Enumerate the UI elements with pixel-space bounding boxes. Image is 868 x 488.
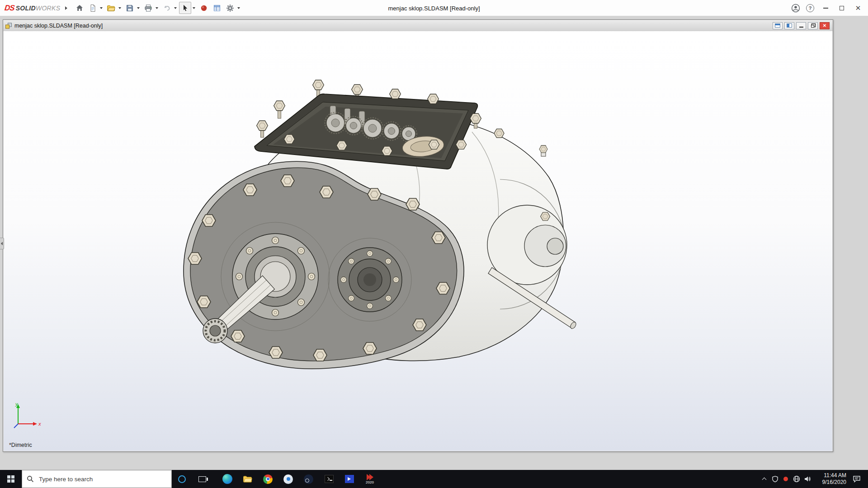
start-button[interactable] [0, 470, 22, 488]
doc-close-button[interactable]: ✕ [820, 22, 830, 29]
network-tray-button[interactable] [791, 470, 802, 488]
clock-date: 9/16/2020 [822, 479, 846, 486]
movies-tv-button[interactable] [339, 470, 359, 488]
brand-works: WORKS [36, 5, 60, 12]
quick-access-toolbar [73, 2, 242, 14]
chevron-down-icon [137, 7, 140, 9]
new-document-icon [89, 4, 97, 12]
save-icon [126, 4, 134, 12]
featuremanager-collapse-tab[interactable] [0, 238, 4, 249]
chevron-down-icon [100, 7, 103, 9]
pinned-apps: 2020 [217, 470, 380, 488]
chevron-left-icon [1, 242, 3, 245]
maximize-button[interactable] [834, 0, 850, 16]
clock-time: 11:44 AM [824, 472, 846, 479]
document-titlebar[interactable]: menjac sklop.SLDASM [Read-only] ✕ [3, 20, 833, 31]
solidworks-brand: DS SOLIDWORKS [5, 4, 60, 13]
orientation-triad: y x [12, 400, 43, 429]
terminal-button[interactable] [319, 470, 339, 488]
open-dropdown[interactable] [117, 2, 123, 14]
windows-taskbar: 2020 11:44 AM 9/16/2020 [0, 470, 868, 488]
search-icon [27, 475, 34, 483]
radeon-tray-button[interactable] [780, 470, 791, 488]
titlebar-right-controls: ? ✕ [788, 0, 866, 16]
cortana-button[interactable] [172, 470, 192, 488]
edge-icon [222, 474, 232, 484]
search-input[interactable] [38, 475, 171, 483]
solidworks-icon [367, 474, 373, 480]
gearbox-model[interactable] [183, 78, 580, 376]
print-dropdown[interactable] [154, 2, 160, 14]
doc-restore-button[interactable] [808, 22, 818, 29]
minimize-icon [799, 27, 803, 28]
action-center-icon [853, 475, 861, 483]
select-tool-button[interactable] [179, 2, 191, 14]
secondary-bearing-boss[interactable] [338, 248, 402, 312]
document-window-controls: ✕ [773, 22, 831, 29]
windows-logo-icon [7, 475, 14, 483]
volume-icon [804, 475, 811, 483]
doc-minimize-button[interactable] [796, 22, 806, 29]
save-button[interactable] [123, 2, 136, 14]
security-tray-button[interactable] [769, 470, 780, 488]
edge-button[interactable] [217, 470, 237, 488]
toolbar-expand-arrow[interactable] [63, 2, 69, 14]
gear-icon [226, 4, 234, 12]
open-button[interactable] [105, 2, 117, 14]
document-title: menjac sklop.SLDASM [Read-only] [14, 23, 103, 29]
terminal-icon [325, 475, 334, 483]
steam-button[interactable] [298, 470, 319, 488]
help-icon: ? [806, 4, 814, 12]
volume-tray-button[interactable] [802, 470, 813, 488]
photos-icon [283, 474, 293, 484]
home-button[interactable] [73, 2, 85, 14]
undo-button[interactable] [160, 2, 173, 14]
system-tray: 11:44 AM 9/16/2020 [759, 470, 868, 488]
graphics-viewport[interactable]: y x *Dimetric [4, 31, 832, 451]
doc-tile-vertical-button[interactable] [784, 22, 794, 29]
network-globe-icon [793, 475, 800, 483]
close-icon: ✕ [855, 4, 861, 12]
account-button[interactable] [788, 0, 803, 16]
z-axis [14, 424, 18, 428]
select-tool-dropdown[interactable] [191, 2, 197, 14]
chevron-down-icon [193, 7, 195, 9]
security-shield-icon [772, 475, 778, 483]
window-split-icon [787, 23, 792, 28]
chrome-button[interactable] [258, 470, 278, 488]
radeon-icon [783, 477, 788, 481]
action-center-button[interactable] [848, 470, 865, 488]
taskbar-search[interactable] [22, 470, 172, 488]
assembly-document-icon [5, 22, 12, 29]
options-button[interactable] [224, 2, 236, 14]
file-explorer-button[interactable] [237, 470, 258, 488]
photos-button[interactable] [278, 470, 298, 488]
window-tile-icon [775, 23, 780, 28]
save-dropdown[interactable] [136, 2, 141, 14]
task-view-button[interactable] [192, 470, 212, 488]
solidworks-taskbar-button[interactable]: 2020 [359, 470, 380, 488]
help-button[interactable]: ? [803, 0, 817, 16]
home-icon [75, 4, 84, 12]
file-explorer-icon [243, 475, 252, 483]
print-button[interactable] [142, 2, 154, 14]
show-hidden-icons-button[interactable] [759, 470, 769, 488]
minimize-button[interactable] [817, 0, 834, 16]
chevron-right-icon [65, 6, 67, 10]
client-area: menjac sklop.SLDASM [Read-only] ✕ [0, 16, 868, 470]
appearance-button[interactable] [198, 2, 210, 14]
steam-icon [304, 474, 313, 484]
undo-dropdown[interactable] [173, 2, 178, 14]
solidworks-year-label: 2020 [366, 480, 374, 484]
brand-solid: SOLID [16, 5, 36, 12]
print-icon [144, 4, 152, 12]
design-table-button[interactable] [211, 2, 223, 14]
options-dropdown[interactable] [236, 2, 241, 14]
doc-new-window-button[interactable] [773, 22, 783, 29]
red-sphere-icon [200, 4, 208, 12]
new-document-button[interactable] [86, 2, 99, 14]
chevron-down-icon [118, 7, 121, 9]
new-document-dropdown[interactable] [99, 2, 104, 14]
close-button[interactable]: ✕ [850, 0, 866, 16]
taskbar-clock[interactable]: 11:44 AM 9/16/2020 [813, 470, 848, 488]
